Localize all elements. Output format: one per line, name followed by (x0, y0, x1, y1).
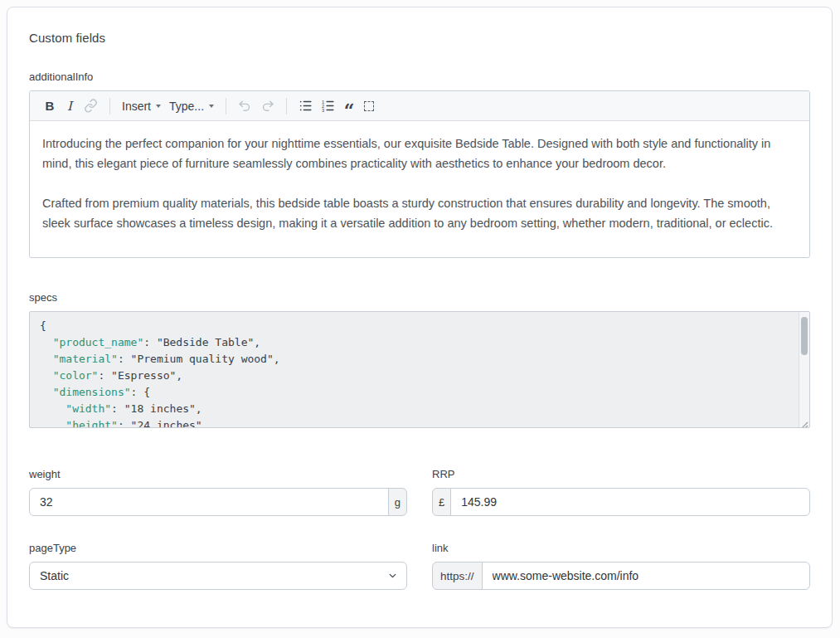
bold-button[interactable]: B (40, 95, 60, 117)
json-key: "material" (53, 353, 118, 365)
weight-unit-addon: g (388, 488, 407, 516)
currency-addon: £ (432, 488, 451, 516)
rrp-label: RRP (432, 468, 810, 480)
rich-text-editor: B I Insert Type... (29, 90, 810, 258)
blockquote-button[interactable]: “ (339, 95, 359, 117)
link-label: link (432, 542, 810, 554)
specs-code-editor: { "product_name": "Bedside Table", "mate… (29, 311, 810, 428)
rte-paragraph: Crafted from premium quality materials, … (42, 193, 797, 233)
code-text (40, 353, 53, 365)
rte-toolbar: B I Insert Type... (30, 91, 809, 121)
code-text: : { (131, 386, 150, 398)
code-line: "color": "Espresso", (40, 368, 788, 384)
link-input[interactable] (482, 562, 810, 590)
custom-fields-card: Custom fields additionalInfo B I Insert … (7, 7, 833, 628)
toolbar-divider (109, 98, 110, 114)
type-dropdown-button[interactable]: Type... (165, 95, 218, 117)
svg-text:3: 3 (322, 108, 324, 113)
code-text: { (40, 319, 46, 332)
page-title: Custom fields (29, 31, 810, 45)
json-key: "product_name" (53, 336, 144, 348)
link-button[interactable] (80, 95, 102, 117)
italic-button[interactable]: I (60, 95, 80, 117)
pagetype-link-row: pageType Static link https:// (29, 542, 810, 590)
specs-code[interactable]: { "product_name": "Bedside Table", "mate… (30, 312, 809, 428)
rrp-field-group: RRP £ (432, 468, 810, 516)
page-type-select[interactable]: Static (29, 562, 407, 590)
rte-paragraph: Introducing the perfect companion for yo… (42, 134, 797, 173)
resize-grip-icon[interactable] (799, 417, 808, 426)
rrp-input[interactable] (450, 488, 810, 516)
specs-section: specs { "product_name": "Bedside Table",… (29, 291, 810, 428)
code-text (40, 369, 53, 382)
insert-dropdown-button[interactable]: Insert (118, 95, 165, 117)
code-text (40, 336, 53, 348)
code-line: "dimensions": { (40, 384, 788, 401)
link-input-group: https:// (432, 562, 810, 590)
redo-button[interactable] (256, 95, 279, 117)
weight-label: weight (29, 468, 407, 480)
json-key: "height" (66, 419, 118, 428)
bullet-list-button[interactable] (294, 95, 317, 117)
specs-scrollbar-track[interactable] (799, 312, 809, 427)
code-line: "material": "Premium quality wood", (40, 351, 788, 368)
horizontal-rule-icon (364, 101, 374, 111)
code-text: : "24 inches" (118, 419, 202, 428)
protocol-addon: https:// (432, 562, 483, 590)
weight-field-group: weight g (29, 468, 407, 516)
toolbar-divider (226, 98, 226, 114)
link-field-group: link https:// (432, 542, 810, 590)
weight-input-group: g (29, 488, 407, 516)
link-icon (84, 99, 98, 113)
page-type-field-group: pageType Static (29, 542, 407, 590)
specs-scrollbar-thumb[interactable] (801, 317, 808, 355)
page-type-label: pageType (29, 542, 407, 554)
weight-input[interactable] (29, 488, 389, 516)
caret-down-icon (156, 105, 161, 108)
type-dropdown-label: Type... (169, 100, 204, 113)
undo-icon (238, 99, 252, 113)
code-text (40, 419, 66, 428)
horizontal-rule-button[interactable] (359, 95, 379, 117)
weight-rrp-row: weight g RRP £ (29, 468, 810, 516)
code-line: "product_name": "Bedside Table", (40, 334, 788, 351)
rte-content[interactable]: Introducing the perfect companion for yo… (30, 121, 809, 257)
code-text: : "Bedside Table", (143, 336, 260, 348)
page-type-select-wrap: Static (29, 562, 407, 590)
code-line: "height": "24 inches" (40, 417, 788, 428)
toolbar-divider (286, 98, 287, 114)
additional-info-section: additionalInfo B I Insert Type... (29, 71, 810, 258)
code-text (40, 386, 53, 398)
specs-label: specs (29, 291, 810, 304)
numbered-list-button[interactable]: 123 (317, 95, 339, 117)
bullet-list-icon (299, 99, 313, 113)
code-line: { (40, 318, 788, 334)
code-text: : "Premium quality wood", (118, 353, 280, 365)
json-key: "dimensions" (53, 386, 131, 398)
rrp-input-group: £ (432, 488, 810, 516)
caret-down-icon (209, 105, 214, 108)
json-key: "width" (66, 402, 111, 415)
json-key: "color" (53, 369, 99, 382)
insert-dropdown-label: Insert (122, 100, 151, 113)
redo-icon (260, 99, 274, 113)
code-line: "width": "18 inches", (40, 401, 788, 417)
code-text: : "Espresso", (98, 369, 182, 382)
additional-info-label: additionalInfo (29, 71, 810, 83)
undo-button[interactable] (234, 95, 256, 117)
numbered-list-icon: 123 (321, 99, 335, 113)
code-text (40, 402, 66, 415)
code-text: : "18 inches", (111, 402, 202, 415)
blockquote-icon: “ (344, 98, 355, 114)
